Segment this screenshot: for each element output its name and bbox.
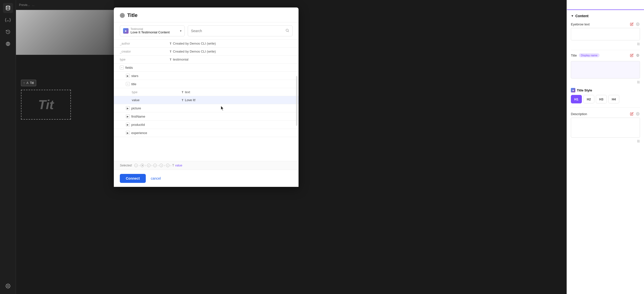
eyebrow-edit-icon[interactable]	[630, 22, 634, 26]
title-field-label-row: Title Display name	[571, 53, 640, 58]
breadcrumb-bar: Selected: ○ › ≡ › ○ › ○ › ○ › ○ › T valu…	[114, 161, 298, 170]
expand-icon[interactable]: ▶	[126, 74, 130, 78]
breadcrumb-grid-icon: ≡	[140, 164, 144, 167]
row-value: T Love It!	[182, 98, 292, 102]
row-key-text: stars	[131, 74, 138, 78]
row-key: ▶ picture	[126, 106, 176, 110]
row-value-text: Love It!	[185, 98, 196, 102]
title-chain-icon: ⛓	[637, 80, 640, 84]
canvas-image-bg	[16, 10, 114, 55]
h4-button[interactable]: H4	[608, 95, 619, 103]
title-edit-icon[interactable]	[630, 53, 634, 58]
component-selector[interactable]: ↑ A Titl	[21, 80, 36, 86]
heading-buttons-group: H1 H2 H3 H4	[571, 95, 640, 103]
svg-point-5	[636, 54, 639, 57]
modal-toolbar: ▶ Testimonial Love It Testimonial Conten…	[114, 22, 298, 40]
title-field-label: Title	[571, 54, 577, 57]
title-field-actions	[630, 53, 640, 58]
eyebrow-settings-icon[interactable]	[636, 22, 640, 26]
component-type-icon: A	[26, 81, 28, 85]
cancel-button[interactable]: cancel	[149, 174, 163, 183]
row-key-text: experience	[131, 131, 147, 135]
sidebar-icon-code[interactable]: {…}	[3, 15, 13, 25]
breadcrumb-value-item: T value	[172, 164, 182, 167]
table-row[interactable]: _creator T Created by Demos CLI (write)	[114, 48, 298, 56]
search-input[interactable]	[191, 29, 283, 33]
table-row-selected[interactable]: value T Love It!	[114, 96, 298, 104]
table-row[interactable]: ▶ productId	[114, 121, 298, 129]
description-settings-icon[interactable]	[636, 112, 640, 116]
right-panel-tabs	[567, 0, 644, 10]
dropdown-type-icon: ▶	[123, 28, 128, 34]
breadcrumb-arrow: ›	[139, 164, 140, 167]
description-chain-icon: ⛓	[637, 140, 640, 143]
description-field-label-row: Description	[571, 112, 640, 116]
description-field-label: Description	[571, 112, 587, 116]
sidebar-icon-database[interactable]	[3, 3, 13, 13]
table-row[interactable]: _author T Created by Demos CLI (write)	[114, 40, 298, 48]
sidebar-icon-history[interactable]	[3, 27, 13, 37]
row-key-text: productId	[131, 123, 145, 127]
table-row[interactable]: type T text	[114, 88, 298, 96]
expand-icon[interactable]: ▶	[126, 106, 130, 110]
description-edit-icon[interactable]	[630, 112, 634, 116]
eyebrow-field-label-row: Eyebrow text	[571, 22, 640, 26]
row-key: _creator	[120, 50, 170, 53]
table-row[interactable]: type T testimonial	[114, 56, 298, 64]
table-row[interactable]: − title	[114, 80, 298, 88]
eyebrow-field-label: Eyebrow text	[571, 22, 590, 26]
content-section-header: ▼ Content	[571, 14, 640, 18]
table-row[interactable]: − fields	[114, 64, 298, 72]
table-row[interactable]: ▶ picture	[114, 104, 298, 112]
table-row[interactable]: ▶ stars	[114, 72, 298, 80]
table-row[interactable]: ▶ experience	[114, 129, 298, 137]
modal-footer: Connect cancel	[114, 170, 298, 187]
breadcrumb-circle-icon: ○	[166, 164, 170, 167]
title-textarea[interactable]	[571, 61, 640, 78]
canvas-tab-dots: ...	[32, 3, 34, 7]
expand-icon[interactable]: ▶	[126, 123, 130, 127]
sidebar-icon-settings[interactable]	[3, 281, 13, 291]
row-key-text: _author	[120, 42, 130, 45]
row-key-text: title	[131, 82, 136, 86]
title-globe-icon[interactable]	[636, 53, 640, 58]
row-key: type	[120, 58, 170, 61]
row-key: − title	[126, 82, 176, 86]
table-scrollbar[interactable]	[296, 76, 298, 126]
search-magnifier-icon	[285, 28, 289, 33]
description-field-actions	[630, 112, 640, 116]
content-type-dropdown[interactable]: ▶ Testimonial Love It Testimonial Conten…	[120, 25, 185, 36]
expand-icon[interactable]: ▶	[126, 131, 130, 135]
eyebrow-chain-icon: ⛓	[637, 42, 640, 46]
row-value: T Created by Demos CLI (write)	[170, 50, 292, 53]
description-textarea[interactable]	[571, 118, 640, 138]
right-panel-tab-active[interactable]	[571, 5, 577, 10]
breadcrumb-circle-icon: ○	[147, 164, 150, 167]
code-braces-icon: {…}	[4, 18, 11, 22]
breadcrumb-arrow: ›	[170, 164, 171, 167]
h1-button[interactable]: H1	[571, 95, 582, 103]
h2-button[interactable]: H2	[583, 95, 594, 103]
row-key: ▶ productId	[126, 123, 176, 127]
sidebar-icon-globe[interactable]	[3, 39, 13, 49]
expand-icon[interactable]: ▶	[126, 114, 130, 118]
eyebrow-text-field-row: Eyebrow text	[571, 22, 640, 46]
type-icon-t: T	[182, 91, 184, 94]
h3-button[interactable]: H3	[596, 95, 607, 103]
row-key: _author	[120, 42, 170, 45]
row-value-text: text	[185, 90, 190, 94]
component-title-text: Tit	[38, 97, 54, 112]
connect-button[interactable]: Connect	[120, 174, 146, 183]
table-row[interactable]: ▶ firstName	[114, 112, 298, 121]
eyebrow-text-textarea[interactable]	[571, 28, 640, 40]
row-key: type	[132, 90, 182, 94]
row-key: ▶ stars	[126, 74, 176, 78]
row-value-text: Created by Demos CLI (write)	[173, 50, 216, 53]
collapse-icon[interactable]: −	[120, 66, 124, 70]
row-key-text: value	[132, 98, 140, 102]
title-style-label-row: ◆ Title Style	[571, 88, 640, 92]
right-panel: ▼ Content Eyebrow text	[566, 0, 644, 294]
row-key-text: type	[132, 90, 138, 94]
dropdown-value-label: Love It Testimonial Content	[130, 30, 178, 34]
collapse-icon[interactable]: −	[126, 82, 130, 86]
